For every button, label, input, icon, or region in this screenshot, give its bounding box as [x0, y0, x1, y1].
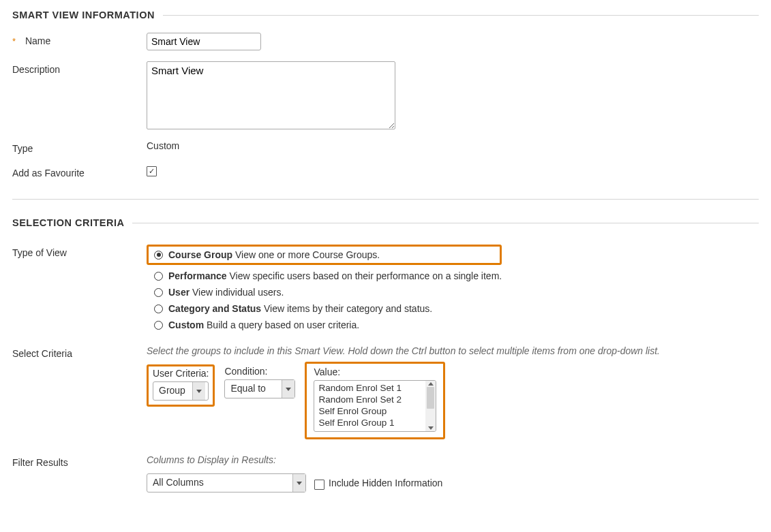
- radio-desc-category-status: View items by their category and status.: [264, 303, 432, 314]
- name-label: Name: [25, 35, 50, 46]
- radio-label-custom: Custom Build a query based on user crite…: [168, 319, 359, 330]
- required-indicator-icon: *: [12, 36, 16, 46]
- radio-desc-course-group: View one or more Course Groups.: [235, 249, 380, 260]
- scroll-track: [425, 386, 436, 426]
- favourite-label: Add as Favourite: [12, 168, 85, 178]
- radio-desc-custom: Build a query based on user criteria.: [207, 319, 359, 330]
- row-type-of-view: Type of View Course Group View one or mo…: [12, 245, 759, 330]
- chevron-down-icon: [282, 380, 294, 398]
- condition-value: Equal to: [225, 380, 282, 398]
- favourite-label-col: Add as Favourite: [12, 165, 147, 178]
- highlight-value: Value: Random Enrol Set 1 Random Enrol S…: [305, 362, 445, 439]
- radio-user[interactable]: [154, 288, 163, 297]
- filter-results-label-col: Filter Results: [12, 454, 147, 468]
- radio-row-category-status: Category and Status View items by their …: [154, 303, 502, 314]
- radio-bold-user: User: [168, 287, 190, 298]
- type-of-view-label-col: Type of View: [12, 245, 147, 258]
- include-hidden-checkbox[interactable]: [314, 480, 324, 490]
- radio-bold-course-group: Course Group: [168, 249, 232, 260]
- section-rule: [132, 223, 759, 223]
- radio-label-category-status: Category and Status View items by their …: [168, 303, 432, 314]
- type-of-view-label: Type of View: [12, 247, 67, 258]
- description-label: Description: [12, 64, 60, 75]
- columns-value: All Columns: [147, 474, 292, 492]
- include-hidden-wrapper: Include Hidden Information: [314, 478, 442, 488]
- radio-label-user: User View individual users.: [168, 287, 284, 298]
- chevron-down-icon: [292, 474, 305, 492]
- radio-row-user: User View individual users.: [154, 287, 502, 298]
- user-criteria-select[interactable]: Group: [153, 381, 209, 401]
- radio-category-status[interactable]: [154, 304, 163, 313]
- scroll-thumb[interactable]: [427, 387, 434, 409]
- select-criteria-label-col: Select Criteria: [12, 345, 147, 359]
- filter-controls: All Columns Include Hidden Information: [147, 473, 442, 492]
- highlight-user-criteria: User Criteria: Group: [147, 364, 215, 407]
- section-divider: [12, 199, 759, 200]
- row-filter-results: Filter Results Columns to Display in Res…: [12, 454, 759, 492]
- columns-hint: Columns to Display in Results:: [147, 454, 442, 465]
- radio-desc-user: View individual users.: [192, 287, 284, 298]
- type-label-col: Type: [12, 140, 147, 154]
- row-favourite: Add as Favourite ✓: [12, 165, 759, 178]
- include-hidden-label: Include Hidden Information: [329, 478, 442, 488]
- value-multiselect[interactable]: Random Enrol Set 1 Random Enrol Set 2 Se…: [314, 380, 436, 432]
- columns-select[interactable]: All Columns: [147, 473, 306, 492]
- highlight-course-group: Course Group View one or more Course Gro…: [147, 245, 502, 265]
- filter-results-label: Filter Results: [12, 457, 68, 468]
- radio-bold-performance: Performance: [168, 270, 227, 281]
- radio-bold-category-status: Category and Status: [168, 303, 261, 314]
- name-input[interactable]: [147, 33, 261, 50]
- section-selection-criteria-header: SELECTION CRITERIA: [12, 217, 759, 228]
- section-title-selection-criteria: SELECTION CRITERIA: [12, 217, 124, 228]
- radio-label-course-group: Course Group View one or more Course Gro…: [168, 249, 380, 260]
- row-description: Description: [12, 61, 759, 129]
- radio-desc-performance: View specific users based on their perfo…: [229, 270, 502, 281]
- radio-row-performance: Performance View specific users based on…: [154, 270, 502, 281]
- radio-bold-custom: Custom: [168, 319, 204, 330]
- criteria-controls: User Criteria: Group Condition: Equal to…: [147, 366, 759, 439]
- value-scrollbar[interactable]: [425, 381, 436, 431]
- user-criteria-label: User Criteria:: [153, 368, 209, 379]
- scroll-down-icon: [428, 426, 434, 430]
- section-smart-view-info-header: SMART VIEW INFORMATION: [12, 10, 759, 20]
- row-name: * Name: [12, 33, 759, 50]
- row-type: Type Custom: [12, 140, 759, 154]
- radio-label-performance: Performance View specific users based on…: [168, 270, 502, 281]
- select-criteria-label: Select Criteria: [12, 348, 72, 359]
- condition-block: Condition: Equal to: [224, 366, 295, 398]
- radio-custom[interactable]: [154, 321, 163, 330]
- user-criteria-value: Group: [153, 382, 192, 400]
- type-label: Type: [12, 143, 33, 154]
- radio-course-group[interactable]: [154, 251, 163, 260]
- favourite-checkbox[interactable]: ✓: [147, 166, 157, 176]
- name-label-col: * Name: [12, 33, 147, 46]
- radio-list: Course Group View one or more Course Gro…: [147, 245, 502, 330]
- filter-results-content: Columns to Display in Results: All Colum…: [147, 454, 442, 492]
- value-label: Value:: [314, 366, 436, 377]
- select-criteria-hint: Select the groups to include in this Sma…: [147, 345, 759, 356]
- radio-performance[interactable]: [154, 272, 163, 281]
- value-option[interactable]: Random Enrol Set 2: [314, 394, 425, 405]
- radio-dot-icon: [157, 253, 161, 257]
- row-select-criteria: Select Criteria Select the groups to inc…: [12, 345, 759, 439]
- description-label-col: Description: [12, 61, 147, 75]
- value-option[interactable]: Self Enrol Group 1: [314, 417, 425, 428]
- value-list: Random Enrol Set 1 Random Enrol Set 2 Se…: [314, 381, 425, 431]
- section-title-smart-view-info: SMART VIEW INFORMATION: [12, 10, 155, 20]
- condition-select[interactable]: Equal to: [224, 379, 295, 398]
- check-icon: ✓: [149, 168, 155, 175]
- value-option[interactable]: Self Enrol Group: [314, 405, 425, 417]
- chevron-down-icon: [192, 382, 205, 400]
- select-criteria-content: Select the groups to include in this Sma…: [147, 345, 759, 439]
- description-textarea[interactable]: [147, 61, 395, 129]
- type-value: Custom: [147, 140, 179, 151]
- condition-label: Condition:: [224, 366, 295, 377]
- section-rule: [163, 15, 759, 16]
- value-option[interactable]: Random Enrol Set 1: [314, 382, 425, 394]
- radio-row-custom: Custom Build a query based on user crite…: [154, 319, 502, 330]
